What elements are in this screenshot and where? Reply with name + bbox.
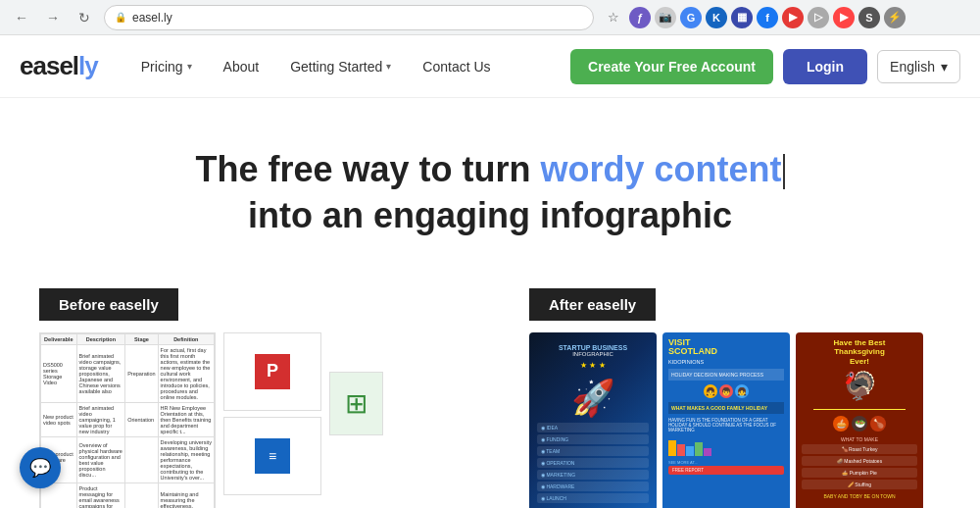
after-label: After easelly bbox=[529, 288, 656, 321]
spreadsheet-area: ⊞ bbox=[329, 372, 383, 508]
ext-icon-4[interactable]: K bbox=[706, 7, 727, 28]
nav-about[interactable]: About bbox=[210, 51, 273, 82]
reload-button[interactable]: ↻ bbox=[73, 6, 96, 29]
table-row: New product hardware video Overview of p… bbox=[41, 436, 215, 483]
logo[interactable]: easelly bbox=[20, 51, 98, 81]
startup-card[interactable]: STARTUP BUSINESS INFOGRAPHIC ★ ★ ★ 🚀 ◉ I… bbox=[529, 332, 657, 508]
navbar: easelly Pricing ▾ About Getting Started … bbox=[0, 35, 980, 98]
table-row: New product video spots Brief animated v… bbox=[41, 402, 215, 436]
kidopinions: KIDOPINIONS bbox=[668, 359, 784, 365]
doc-mockups: P ≡ bbox=[223, 332, 321, 508]
gdoc-icon: ≡ bbox=[255, 438, 290, 474]
sheets-icon: ⊞ bbox=[329, 372, 383, 435]
col-description: Description bbox=[76, 333, 125, 344]
url-bar[interactable]: 🔒 easel.ly bbox=[104, 5, 594, 30]
ext-icon-10[interactable]: S bbox=[858, 7, 880, 28]
hero-highlight: wordy content bbox=[541, 149, 782, 189]
nav-getting-started[interactable]: Getting Started ▾ bbox=[276, 51, 405, 82]
before-panel: Before easelly Deliverable Description S… bbox=[39, 288, 500, 508]
nav-actions: Create Your Free Account Login English ▾ bbox=[570, 49, 960, 84]
getting-started-chevron: ▾ bbox=[386, 61, 391, 72]
language-label: English bbox=[890, 59, 935, 75]
table-row: DS5000 series Storage Video Brief animat… bbox=[41, 344, 215, 402]
create-account-button[interactable]: Create Your Free Account bbox=[570, 49, 773, 84]
thanksgiving-title: Have the BestThanksgivingEver! bbox=[834, 338, 886, 367]
nav-contact-us[interactable]: Contact Us bbox=[409, 51, 504, 82]
col-definition: Definition bbox=[158, 333, 214, 344]
scotland-card[interactable]: VISITSCOTLAND KIDOPINIONS HOLIDAY DECISI… bbox=[662, 332, 790, 508]
col-stage: Stage bbox=[125, 333, 158, 344]
forward-button[interactable]: → bbox=[41, 6, 65, 29]
ext-icon-5[interactable]: ▦ bbox=[731, 7, 753, 28]
text-cursor bbox=[783, 154, 785, 189]
language-selector[interactable]: English ▾ bbox=[877, 50, 960, 83]
ext-icon-2[interactable]: 📷 bbox=[655, 7, 676, 28]
hero-section: The free way to turn wordy content into … bbox=[0, 98, 980, 269]
logo-text-1: easel bbox=[20, 51, 78, 80]
nav-links: Pricing ▾ About Getting Started ▾ Contac… bbox=[127, 51, 570, 82]
gdoc-mockup: ≡ bbox=[223, 417, 321, 495]
ext-icon-6[interactable]: f bbox=[757, 7, 778, 28]
ppt-icon: P bbox=[255, 354, 290, 389]
chat-button[interactable]: 💬 bbox=[20, 447, 61, 488]
before-label: Before easelly bbox=[39, 288, 178, 321]
before-after-section: Before easelly Deliverable Description S… bbox=[0, 269, 980, 508]
bookmark-star-button[interactable]: ☆ bbox=[602, 6, 625, 29]
before-content: Deliverable Description Stage Definition… bbox=[39, 332, 500, 508]
back-button[interactable]: ← bbox=[10, 6, 33, 29]
ext-icon-9[interactable]: ▶ bbox=[833, 7, 855, 28]
logo-text-2: ly bbox=[78, 51, 98, 80]
ext-icon-8[interactable]: ▷ bbox=[808, 7, 829, 28]
thanksgiving-card[interactable]: Have the BestThanksgivingEver! 🦃 🥧 🥗 🍗 W… bbox=[796, 332, 923, 508]
after-panel: After easelly STARTUP BUSINESS INFOGRAPH… bbox=[529, 288, 941, 508]
ext-icon-3[interactable]: G bbox=[680, 7, 702, 28]
language-chevron: ▾ bbox=[941, 59, 948, 75]
ext-icon-7[interactable]: ▶ bbox=[782, 7, 804, 28]
nav-pricing[interactable]: Pricing ▾ bbox=[127, 51, 206, 82]
ext-icon-11[interactable]: ⚡ bbox=[884, 7, 906, 28]
turkey-emoji: 🦃 bbox=[843, 370, 877, 402]
lock-icon: 🔒 bbox=[115, 12, 126, 23]
table-row: Product messaging for email awareness ca… bbox=[41, 483, 215, 508]
login-button[interactable]: Login bbox=[783, 49, 867, 84]
ppt-mockup: P bbox=[223, 332, 321, 411]
rocket-emoji: 🚀 bbox=[571, 378, 615, 419]
pricing-chevron: ▾ bbox=[187, 61, 192, 72]
scotland-title: VISITSCOTLAND bbox=[668, 338, 784, 358]
browser-chrome: ← → ↻ 🔒 easel.ly ☆ ƒ 📷 G K ▦ f ▶ ▷ ▶ S ⚡ bbox=[0, 0, 980, 35]
table-mockup: Deliverable Description Stage Definition… bbox=[39, 332, 216, 508]
col-deliverable: Deliverable bbox=[41, 333, 77, 344]
ext-icon-1[interactable]: ƒ bbox=[629, 7, 651, 28]
hero-title: The free way to turn wordy content into … bbox=[20, 147, 960, 239]
url-text: easel.ly bbox=[132, 11, 172, 25]
chat-icon: 💬 bbox=[29, 457, 51, 479]
browser-toolbar: ☆ ƒ 📷 G K ▦ f ▶ ▷ ▶ S ⚡ bbox=[602, 6, 906, 29]
infographic-cards: STARTUP BUSINESS INFOGRAPHIC ★ ★ ★ 🚀 ◉ I… bbox=[529, 332, 941, 508]
